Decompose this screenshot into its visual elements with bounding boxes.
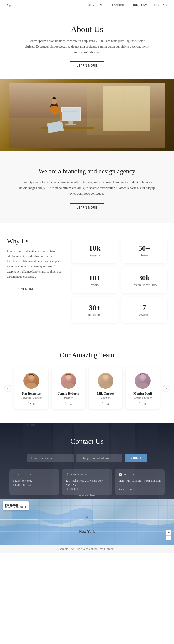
contact-title: Contact Us [9, 437, 165, 446]
avatar-1 [61, 373, 76, 389]
team-card-1: Jennie Roberts Partner f t ◎ [52, 367, 85, 409]
freepik-credit: Images from Freepik [76, 494, 98, 497]
stat-industries: 30+ Industries [72, 297, 118, 323]
why-description: Lorem ipsum dolor sit amet, consectetur … [7, 248, 63, 280]
team-title: Our Amazing Team [5, 351, 169, 359]
map-zoom-controls: + − [166, 530, 171, 540]
hero-person-illustration [24, 89, 110, 144]
hero-image [0, 79, 174, 151]
avatar-0 [23, 373, 39, 389]
call-line1: 1 (234) 567-891, [13, 478, 55, 483]
svg-point-13 [53, 96, 55, 98]
branding-title: We are a branding and design agency [18, 168, 156, 175]
instagram-icon-1[interactable]: ◎ [70, 402, 72, 405]
call-title: CALL US [18, 473, 31, 476]
stat-team: 50+ Team [121, 238, 167, 264]
map-section[interactable]: 📍 New York Manhattan New York, NY 10158 … [0, 498, 174, 545]
stats-grid: 10k Projects 50+ Team 10+ Years 30k Desi… [72, 238, 167, 323]
team-card-2: Mila Parker Partner f t ◎ [89, 367, 122, 409]
location-line1: 121 Rock Street, 21 Avenue, New York, NY [66, 478, 108, 487]
facebook-icon-2[interactable]: f [102, 402, 103, 405]
svg-rect-3 [65, 124, 76, 125]
svg-point-11 [52, 99, 57, 104]
branding-description: Lorem ipsum dolor sit amet, consectetur … [18, 180, 156, 196]
map-info-box: Manhattan New York, NY 10158 [3, 501, 29, 510]
about-title: About Us [23, 24, 151, 34]
svg-rect-32 [25, 424, 29, 426]
nav-links: HOME PAGE LANDING OUR TEAM LANDING [88, 4, 167, 7]
navbar: logo HOME PAGE LANDING OUR TEAM LANDING [0, 0, 174, 10]
instagram-icon-2[interactable]: ◎ [107, 402, 109, 405]
map-pin: 📍 [85, 516, 89, 521]
team-next-button[interactable]: › [163, 385, 169, 392]
team-card-3: Monica Pouli Creative Leader f t ◎ [126, 367, 160, 409]
stat-projects: 10k Projects [72, 238, 118, 264]
contact-form: SUBMIT [9, 454, 165, 462]
call-line2: 1 (234) 987-654 [13, 483, 55, 487]
svg-point-14 [59, 120, 62, 122]
why-learn-more-button[interactable]: LEARN MORE [7, 285, 41, 293]
contact-name-input[interactable] [27, 454, 74, 462]
map-zoom-in-button[interactable]: + [166, 530, 171, 535]
location-line2: 92103-9000 [66, 487, 108, 491]
svg-rect-33 [31, 424, 35, 426]
about-description: Lorem ipsum dolor sit amet, consectetur … [23, 38, 151, 55]
hours-title: HOURS [124, 473, 135, 476]
team-card-0: Nat Reynolds Worldwide Partner f t ◎ [14, 367, 48, 409]
svg-point-22 [140, 374, 145, 379]
svg-rect-2 [69, 121, 73, 124]
twitter-icon-3[interactable]: t [142, 402, 142, 405]
hours-line2: 6 am – 8 pm [119, 487, 161, 491]
phone-icon: 📞 [13, 473, 17, 477]
stat-awards: 7 Awards [121, 297, 167, 323]
instagram-icon-3[interactable]: ◎ [144, 402, 146, 405]
contact-call-card: 📞 CALL US 1 (234) 567-891, 1 (234) 987-6… [9, 469, 59, 495]
why-section: Why Us Lorem ipsum dolor sit amet, conse… [0, 224, 174, 337]
nav-homepage[interactable]: HOME PAGE [88, 4, 105, 7]
avatar-2 [98, 373, 113, 389]
location-icon: 📍 [66, 473, 70, 477]
team-prev-button[interactable]: ‹ [5, 385, 11, 392]
twitter-icon-1[interactable]: t [67, 402, 68, 405]
twitter-icon-2[interactable]: t [104, 402, 105, 405]
instagram-icon-0[interactable]: ◎ [33, 402, 35, 405]
contact-location-card: 📍 LOCATION 121 Rock Street, 21 Avenue, N… [62, 469, 112, 495]
stat-community: 30k Design Community [121, 267, 167, 293]
twitter-icon-0[interactable]: t [30, 402, 31, 405]
team-section: Our Amazing Team ‹ Nat Reynolds Worldwid… [0, 337, 174, 423]
avatar-3 [135, 373, 151, 389]
svg-rect-4 [62, 108, 80, 120]
nav-landing1[interactable]: LANDING [112, 4, 125, 7]
hours-line1: Mon – Fri …. 11 am – 8 pm, Sat, Sun …. [119, 478, 161, 487]
map-city-label: New York [79, 530, 95, 534]
contact-section: Contact Us SUBMIT 📞 CALL US 1 (234) 567-… [0, 423, 174, 498]
social-icons-1: f t ◎ [55, 402, 82, 405]
why-left: Why Us Lorem ipsum dolor sit amet, conse… [7, 238, 63, 294]
contact-submit-button[interactable]: SUBMIT [125, 454, 147, 462]
about-learn-more-button[interactable]: LEARN MORE [70, 62, 104, 70]
facebook-icon-0[interactable]: f [28, 402, 28, 405]
map-zoom-out-button[interactable]: − [166, 535, 171, 540]
team-cards-container: ‹ Nat Reynolds Worldwide Partner f t ◎ [5, 367, 169, 409]
map-state: New York, NY 10158 [5, 506, 26, 508]
contact-email-input[interactable] [76, 454, 122, 462]
stat-years: 10+ Years [72, 267, 118, 293]
facebook-icon-1[interactable]: f [65, 402, 66, 405]
contact-hours-card: 🕐 HOURS Mon – Fri …. 11 am – 8 pm, Sat, … [115, 469, 165, 495]
contact-cards: 📞 CALL US 1 (234) 567-891, 1 (234) 987-6… [9, 469, 165, 495]
sample-text-footer: Sample Text. Click to select the Text El… [0, 545, 174, 553]
branding-learn-more-button[interactable]: LEARN MORE [70, 204, 104, 212]
facebook-icon-3[interactable]: f [139, 402, 140, 405]
nav-ourteam[interactable]: OUR TEAM [132, 4, 147, 7]
about-section: About Us Lorem ipsum dolor sit amet, con… [0, 10, 174, 79]
nav-landing2[interactable]: LANDING [154, 4, 167, 7]
branding-section: We are a branding and design agency Lore… [0, 151, 174, 223]
social-icons-0: f t ◎ [18, 402, 45, 405]
why-title: Why Us [7, 238, 63, 245]
map-city: Manhattan [5, 503, 26, 506]
location-title: LOCATION [71, 473, 87, 476]
social-icons-2: f t ◎ [92, 402, 119, 405]
hours-icon: 🕐 [119, 473, 122, 477]
logo: logo [7, 3, 12, 7]
social-icons-3: f t ◎ [129, 402, 156, 405]
